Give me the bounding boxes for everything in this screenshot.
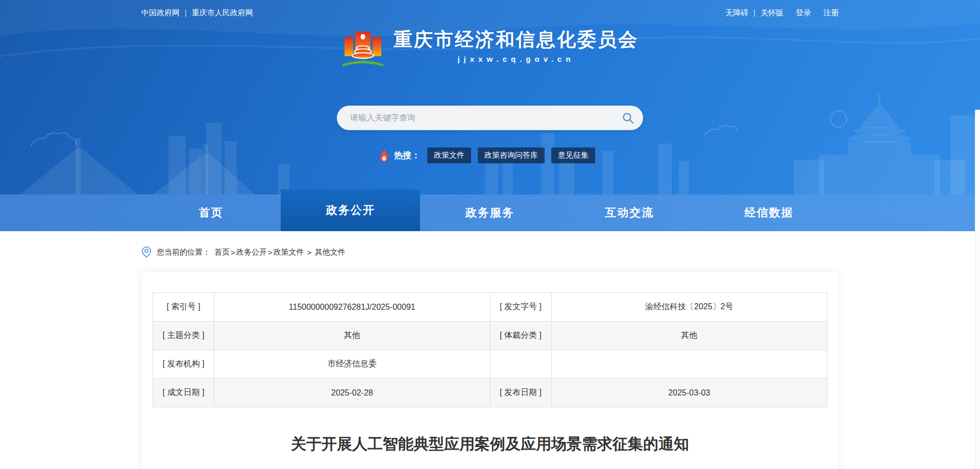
meta-label: [ 发布日期 ]: [490, 379, 551, 407]
main-nav: 首页政务公开政务服务互动交流经信数据: [141, 194, 839, 231]
separator: |: [753, 9, 755, 17]
doc-meta-row: [ 索引号 ]11500000009276281J/2025-00091[ 发文…: [153, 293, 827, 322]
search-bar: [337, 106, 643, 130]
topbar-link[interactable]: 登录: [796, 8, 811, 17]
topbar-right-links: 无障碍|关怀版登录注册: [725, 8, 839, 18]
separator: |: [185, 9, 187, 17]
meta-value: 渝经信科技〔2025〕2号: [551, 293, 827, 322]
meta-label: [ 成文日期 ]: [153, 379, 214, 407]
meta-value: [551, 350, 827, 379]
topbar: 中国政府网|重庆市人民政府网 无障碍|关怀版登录注册: [0, 0, 980, 18]
breadcrumb-link[interactable]: 政策文件: [274, 248, 304, 257]
breadcrumb-path: 首页>政务公开>政策文件 > 其他文件: [214, 248, 346, 257]
meta-value: 11500000009276281J/2025-00091: [214, 293, 491, 322]
article-card: [ 索引号 ]11500000009276281J/2025-00091[ 发文…: [141, 272, 839, 469]
topbar-link[interactable]: 中国政府网: [141, 8, 180, 17]
hot-search-row: 热搜： 政策文件政策咨询问答库意见征集: [378, 147, 602, 163]
article-title: 关于开展人工智能典型应用案例及应用场景需求征集的通知: [153, 434, 827, 455]
nav-item-4[interactable]: 互动交流: [560, 194, 699, 231]
hot-tags: 政策文件政策咨询问答库意见征集: [427, 147, 602, 163]
breadcrumb-link[interactable]: 政务公开: [236, 248, 267, 257]
breadcrumb-current: 其他文件: [315, 248, 346, 257]
nav-item-2[interactable]: 政务公开: [281, 189, 420, 231]
site-title: 重庆市经济和信息化委员会: [394, 29, 639, 51]
meta-label: [ 体裁分类 ]: [490, 322, 551, 350]
site-url: jjxxw.cq.gov.cn: [394, 55, 639, 63]
meta-label: [ 发文字号 ]: [490, 293, 551, 322]
meta-value: 其他: [551, 322, 827, 350]
doc-meta-table: [ 索引号 ]11500000009276281J/2025-00091[ 发文…: [153, 292, 827, 407]
topbar-left-links: 中国政府网|重庆市人民政府网: [141, 8, 253, 18]
meta-value: 2025-03-03: [551, 379, 827, 407]
breadcrumb: 您当前的位置： 首页>政务公开>政策文件 > 其他文件: [141, 246, 839, 258]
topbar-link[interactable]: 重庆市人民政府网: [192, 8, 253, 17]
scrollbar[interactable]: [975, 110, 980, 469]
doc-meta-row: [ 成文日期 ]2025-02-28[ 发布日期 ]2025-03-03: [153, 379, 827, 407]
doc-meta-row: [ 发布机构 ]市经济信息委: [153, 350, 827, 379]
nav-item-3[interactable]: 政务服务: [420, 194, 559, 231]
topbar-link[interactable]: 关怀版: [761, 8, 783, 17]
banner-cityscape-art: [0, 87, 980, 194]
breadcrumb-section: 您当前的位置： 首页>政务公开>政策文件 > 其他文件: [0, 231, 980, 272]
doc-meta-row: [ 主题分类 ]其他[ 体裁分类 ]其他: [153, 322, 827, 350]
search-icon[interactable]: [622, 112, 634, 124]
site-banner: 中国政府网|重庆市人民政府网 无障碍|关怀版登录注册: [0, 0, 980, 194]
location-pin-icon: [141, 246, 152, 258]
topbar-link[interactable]: 无障碍: [725, 8, 748, 17]
search-input[interactable]: [350, 113, 622, 122]
nav-item-1[interactable]: 首页: [141, 194, 281, 231]
meta-value: 市经济信息委: [214, 350, 491, 379]
meta-label: [ 索引号 ]: [153, 293, 214, 322]
separator: >: [231, 248, 235, 257]
breadcrumb-prefix: 您当前的位置：: [157, 248, 210, 257]
separator: >: [268, 248, 273, 257]
flame-icon: [378, 149, 390, 162]
site-title-block: 重庆市经济和信息化委员会 jjxxw.cq.gov.cn: [394, 29, 639, 63]
meta-label: [490, 350, 551, 379]
hot-tag-3[interactable]: 意见征集: [551, 147, 595, 163]
hot-tag-2[interactable]: 政策咨询问答库: [478, 147, 545, 163]
meta-value: 2025-02-28: [214, 379, 491, 407]
topbar-link[interactable]: 注册: [823, 8, 839, 17]
breadcrumb-link[interactable]: 首页: [214, 248, 230, 257]
site-logo-icon[interactable]: [341, 29, 384, 69]
main-nav-bar: 首页政务公开政务服务互动交流经信数据: [0, 194, 980, 231]
hot-tag-1[interactable]: 政策文件: [427, 147, 471, 163]
nav-item-5[interactable]: 经信数据: [699, 194, 839, 231]
meta-label: [ 发布机构 ]: [153, 350, 214, 379]
meta-value: 其他: [214, 322, 491, 350]
site-header: 重庆市经济和信息化委员会 jjxxw.cq.gov.cn: [0, 29, 980, 69]
hot-search-label: 热搜：: [394, 150, 420, 161]
meta-label: [ 主题分类 ]: [153, 322, 214, 350]
separator: >: [305, 248, 314, 257]
